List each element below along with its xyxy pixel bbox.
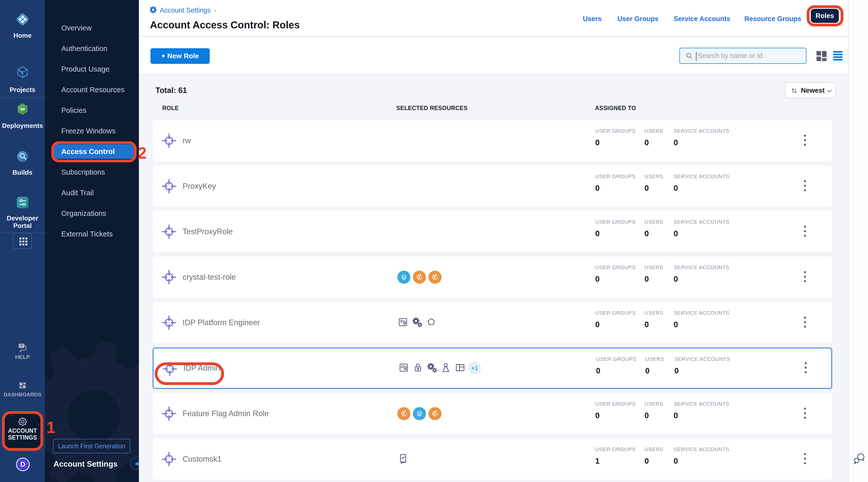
new-role-button[interactable]: + New Role bbox=[150, 48, 210, 64]
sidebar-item-organizations[interactable]: Organizations bbox=[61, 209, 106, 218]
user-groups-label: USER GROUPS bbox=[595, 310, 636, 316]
users-value: 0 bbox=[645, 320, 649, 329]
builds-icon[interactable] bbox=[0, 150, 45, 164]
developer-portal-icon[interactable] bbox=[0, 195, 45, 211]
role-icon bbox=[162, 224, 176, 240]
user-groups-label: USER GROUPS bbox=[596, 356, 637, 362]
service-accounts-value: 0 bbox=[674, 411, 678, 420]
role-row-feature-flag-admin-role[interactable]: Feature Flag Admin Role USER GROUPS USER… bbox=[153, 393, 832, 434]
sidebar-item-product-usage[interactable]: Product Usage bbox=[61, 65, 110, 73]
sidebar-item-audit-trail[interactable]: Audit Trail bbox=[61, 189, 94, 197]
service-accounts-label: SERVICE ACCOUNTS bbox=[674, 128, 730, 134]
rail-item-help[interactable]: HELP bbox=[0, 353, 45, 361]
deployments-icon[interactable]: ∞ bbox=[0, 102, 45, 117]
tab-users[interactable]: Users bbox=[583, 15, 601, 23]
user-groups-value: 0 bbox=[595, 184, 599, 193]
users-label: USERS bbox=[645, 128, 663, 134]
sidebar-item-overview[interactable]: Overview bbox=[61, 24, 92, 32]
search-icon bbox=[685, 52, 693, 61]
row-menu-button[interactable] bbox=[803, 452, 807, 466]
sort-dropdown[interactable]: Newest bbox=[785, 83, 836, 98]
service-accounts-value: 0 bbox=[674, 138, 678, 147]
service-accounts-value: 0 bbox=[674, 184, 678, 193]
service-accounts-value: 0 bbox=[674, 366, 679, 375]
role-row-testproxyrole[interactable]: TestProxyRole USER GROUPS USERS SERVICE … bbox=[153, 211, 832, 252]
grid-view-button[interactable] bbox=[816, 51, 827, 62]
annotation-ring-account-settings bbox=[2, 411, 43, 451]
rail-item-developer-portal[interactable]: DeveloperPortal bbox=[0, 214, 45, 230]
help-icon[interactable]: ? bbox=[0, 342, 45, 354]
selected-resources: +1 bbox=[398, 348, 481, 388]
user-groups-label: USER GROUPS bbox=[595, 446, 636, 452]
role-row-crystal-test-role[interactable]: crystal-test-role USER GROUPS USERS SERV… bbox=[153, 257, 832, 298]
column-header-assigned-to: ASSIGNED TO bbox=[595, 105, 636, 112]
launch-first-generation-button[interactable]: Launch First Generation bbox=[53, 439, 130, 453]
column-header-selected-resources: SELECTED RESOURCES bbox=[396, 105, 468, 112]
role-name: Customsk1 bbox=[183, 439, 221, 480]
id-card-icon bbox=[398, 362, 410, 374]
role-row-proxykey[interactable]: ProxyKey USER GROUPS USERS SERVICE ACCOU… bbox=[153, 165, 832, 207]
user-groups-label: USER GROUPS bbox=[595, 264, 636, 270]
role-row-idp-admin[interactable]: IDP Admin +1 USER GROUPS USERS SERVICE A… bbox=[153, 348, 832, 389]
role-row-idp-platform-engineer[interactable]: IDP Platform Engineer USER GROUPS USERS … bbox=[153, 302, 832, 343]
row-menu-button[interactable] bbox=[803, 315, 807, 330]
service-accounts-value: 0 bbox=[674, 457, 678, 466]
tab-resource-groups[interactable]: Resource Groups bbox=[744, 15, 801, 23]
user-groups-label: USER GROUPS bbox=[595, 128, 636, 134]
module-switcher-button[interactable] bbox=[13, 233, 32, 249]
text-caret bbox=[696, 52, 696, 61]
list-view-button[interactable] bbox=[833, 51, 843, 62]
right-strip bbox=[848, 0, 868, 482]
row-menu-button[interactable] bbox=[804, 361, 807, 375]
projects-icon[interactable] bbox=[0, 65, 45, 80]
role-row-rw[interactable]: rw USER GROUPS USERS SERVICE ACCOUNTS 0 … bbox=[153, 120, 832, 161]
annotation-ring-access-control bbox=[51, 141, 136, 162]
sidebar-item-authentication[interactable]: Authentication bbox=[61, 44, 107, 53]
selected-resources bbox=[397, 393, 441, 434]
users-value: 0 bbox=[645, 366, 650, 375]
gear-icon bbox=[149, 6, 157, 15]
users-value: 0 bbox=[645, 275, 649, 284]
role-icon bbox=[162, 406, 176, 422]
dashboards-icon[interactable] bbox=[0, 381, 45, 392]
users-label: USERS bbox=[645, 264, 663, 270]
pentagon-icon bbox=[426, 317, 437, 329]
row-menu-button[interactable] bbox=[803, 179, 807, 193]
row-menu-button[interactable] bbox=[803, 406, 807, 421]
sidebar-item-freeze-windows[interactable]: Freeze Windows bbox=[61, 127, 116, 135]
sidebar-item-subscriptions[interactable]: Subscriptions bbox=[61, 168, 105, 176]
sidebar-item-account-resources[interactable]: Account Resources bbox=[61, 86, 124, 94]
search-input[interactable]: Search by name or Id bbox=[679, 48, 806, 64]
row-menu-button[interactable] bbox=[803, 225, 807, 239]
row-menu-button[interactable] bbox=[803, 270, 807, 284]
annotation-number-1: 1 bbox=[46, 418, 56, 437]
service-accounts-value: 0 bbox=[674, 229, 678, 238]
role-name: TestProxyRole bbox=[183, 211, 233, 252]
rail-item-builds[interactable]: Builds bbox=[0, 169, 45, 176]
role-row-customsk1[interactable]: Customsk1 USER GROUPS USERS SERVICE ACCO… bbox=[153, 439, 832, 480]
breadcrumb-link[interactable]: Account Settings bbox=[160, 6, 211, 14]
selected-resources bbox=[397, 439, 409, 480]
home-icon[interactable] bbox=[0, 11, 45, 28]
rail-item-deployments[interactable]: Deployments bbox=[0, 122, 45, 129]
sidebar-item-external-tickets[interactable]: External Tickets bbox=[61, 230, 113, 238]
feature-flags-icon bbox=[397, 407, 410, 420]
rail-item-projects[interactable]: Projects bbox=[0, 86, 45, 93]
support-chat-icon[interactable] bbox=[853, 452, 866, 466]
sidebar-item-policies[interactable]: Policies bbox=[61, 106, 86, 115]
row-menu-button[interactable] bbox=[803, 134, 807, 148]
role-name: crystal-test-role bbox=[183, 257, 236, 298]
breadcrumb-chevron: › bbox=[214, 7, 216, 14]
avatar[interactable]: D bbox=[16, 458, 30, 471]
total-count: Total: 61 bbox=[155, 86, 187, 95]
annotation-ring-idp-admin bbox=[155, 362, 224, 385]
tab-service-accounts[interactable]: Service Accounts bbox=[674, 15, 731, 23]
sidebar-panel-title: Account Settings bbox=[54, 460, 118, 469]
breadcrumb[interactable]: Account Settings › bbox=[149, 5, 216, 15]
service-accounts-value: 0 bbox=[674, 320, 678, 329]
service-accounts-label: SERVICE ACCOUNTS bbox=[674, 264, 730, 270]
rail-item-dashboards[interactable]: DASHBOARDS bbox=[0, 391, 45, 398]
rail-divider bbox=[0, 97, 45, 98]
rail-item-home[interactable]: Home bbox=[0, 32, 45, 39]
tab-user-groups[interactable]: User Groups bbox=[617, 15, 658, 23]
